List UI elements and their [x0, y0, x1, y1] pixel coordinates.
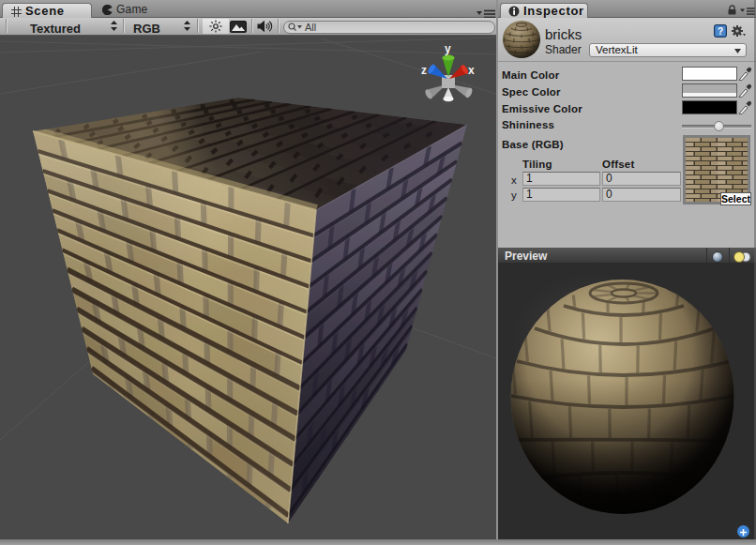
svg-text:z: z — [421, 64, 427, 77]
svg-text:y: y — [445, 42, 451, 55]
svg-text:x: x — [468, 64, 475, 77]
svg-text:?: ? — [718, 26, 723, 37]
